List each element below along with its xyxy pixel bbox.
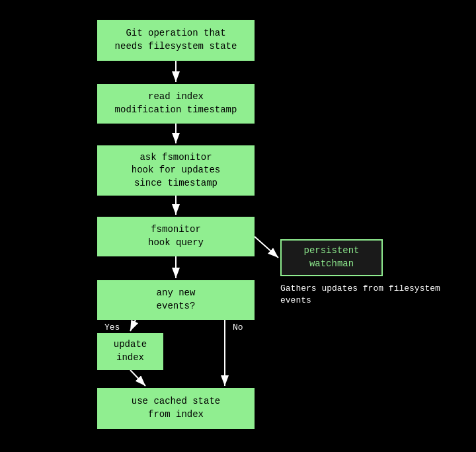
read-index-box: read index modification timestamp [97, 84, 255, 124]
ask-fsmonitor-box: ask fsmonitor hook for updates since tim… [97, 145, 255, 196]
use-cached-box: use cached state from index [97, 388, 255, 429]
persistent-watchman-box: persistent watchman [280, 239, 383, 276]
no-label: No [233, 322, 243, 332]
gathers-updates-label: Gathers updates from filesystem events [280, 283, 476, 307]
update-index-box: update index [97, 333, 163, 370]
fsmonitor-hook-box: fsmonitor hook query [97, 217, 255, 256]
svg-line-7 [130, 320, 136, 331]
svg-line-8 [130, 370, 145, 386]
any-new-events-box: any new events? [97, 280, 255, 320]
git-operation-box: Git operation that needs filesystem stat… [97, 20, 255, 61]
flowchart-diagram: Git operation that needs filesystem stat… [0, 0, 476, 452]
yes-label: Yes [104, 322, 120, 332]
svg-line-6 [255, 237, 278, 258]
